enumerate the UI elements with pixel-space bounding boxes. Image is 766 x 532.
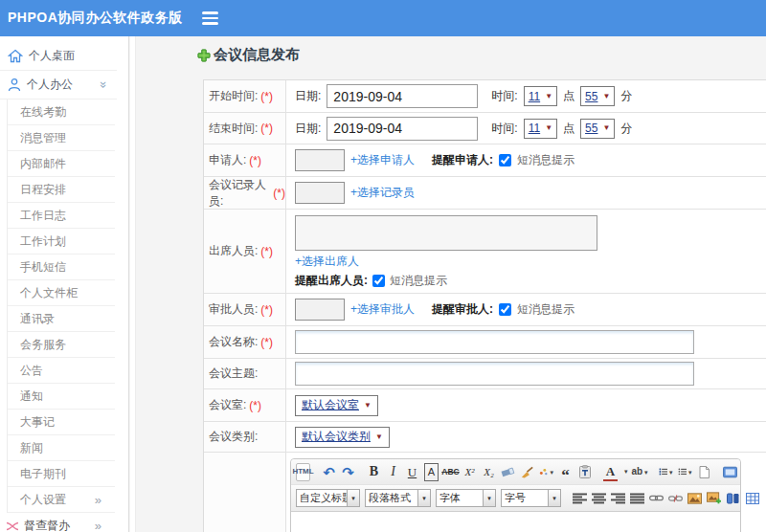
font-style-button[interactable]: A: [424, 463, 439, 481]
approver-input[interactable]: [295, 299, 345, 321]
hamburger-menu-icon[interactable]: [198, 8, 222, 29]
bullet-list-icon[interactable]: ▾: [678, 463, 692, 481]
sms-remind-checkbox[interactable]: [499, 154, 511, 166]
attendee-textarea[interactable]: [295, 215, 597, 251]
applicant-label: 申请人: (*): [204, 144, 286, 176]
strikethrough-button[interactable]: ABC: [443, 463, 458, 481]
start-minute-select[interactable]: 55▼: [580, 86, 615, 106]
dropdown-arrow-icon: ▾: [644, 469, 648, 476]
end-hour-select[interactable]: 11▼: [524, 119, 557, 139]
end-date-input[interactable]: [327, 117, 478, 141]
recorder-input[interactable]: [295, 182, 345, 204]
field-label: 申请人:: [209, 152, 246, 168]
chevron-right-icon: »: [95, 519, 115, 532]
sidebar-item-internal-mail[interactable]: 内部邮件: [8, 151, 115, 177]
sidebar-item-contacts[interactable]: 通讯录: [8, 306, 115, 332]
highlight-color-button[interactable]: ab▾: [633, 463, 647, 481]
sidebar-item-meeting-service[interactable]: 会务服务: [8, 332, 115, 358]
sidebar-item-announcement[interactable]: 公告: [8, 358, 115, 384]
start-hour-select[interactable]: 11▼: [524, 86, 557, 106]
field-label: 会议室:: [209, 397, 246, 413]
ordered-list-icon[interactable]: ▾: [659, 463, 673, 481]
approver-row: 审批人员: (*) +选择审批人 提醒审批人: 短消息提示: [204, 294, 766, 326]
upload-image-icon[interactable]: [707, 489, 721, 507]
paragraph-format-select[interactable]: 段落格式▾: [365, 489, 431, 507]
subscript-button[interactable]: X₂: [482, 463, 496, 481]
sidebar-item-work-plan[interactable]: 工作计划: [8, 229, 115, 255]
sidebar-item-sms[interactable]: 手机短信: [8, 255, 115, 280]
meeting-room-label: 会议室: (*): [204, 389, 286, 421]
required-mark: (*): [249, 399, 261, 412]
font-size-select[interactable]: 字号▾: [501, 489, 561, 507]
fullscreen-icon[interactable]: [723, 463, 737, 481]
dropdown-arrow-icon: ▾: [669, 469, 673, 476]
meeting-category-select[interactable]: 默认会议类别▼: [295, 427, 390, 448]
dropdown-arrow-icon[interactable]: ▾: [624, 468, 628, 476]
sidebar-item-schedule[interactable]: 日程安排: [8, 177, 115, 203]
insert-media-icon[interactable]: [726, 489, 740, 507]
insert-link-icon[interactable]: [649, 489, 664, 507]
sidebar-item-supervise[interactable]: 督查督办 »: [0, 513, 115, 532]
font-color-button[interactable]: A: [603, 463, 618, 481]
sms-remind-checkbox[interactable]: [372, 275, 385, 287]
sidebar-item-news[interactable]: 新闻: [8, 435, 115, 461]
applicant-input[interactable]: [295, 149, 345, 171]
italic-button[interactable]: I: [386, 463, 400, 481]
paste-text-icon[interactable]: [577, 463, 592, 481]
align-center-icon[interactable]: [592, 489, 606, 507]
choose-recorder-link[interactable]: +选择记录员: [350, 185, 415, 201]
superscript-button[interactable]: X²: [462, 463, 477, 481]
sidebar-item-office[interactable]: 个人办公 »: [0, 71, 117, 100]
sidebar-item-label: 公告: [20, 363, 43, 379]
sidebar-item-attendance[interactable]: 在线考勤: [8, 100, 115, 125]
font-family-select[interactable]: 字体▾: [436, 489, 496, 507]
format-painter-icon[interactable]: ▾: [539, 463, 553, 481]
sidebar-item-desktop[interactable]: 个人桌面: [0, 42, 117, 71]
meeting-room-select[interactable]: 默认会议室▼: [295, 395, 378, 416]
sidebar-item-label: 电子期刊: [20, 466, 66, 482]
size-select-value: 字号: [501, 489, 549, 507]
start-time-label: 开始时间: (*): [204, 80, 286, 112]
sidebar-item-notice[interactable]: 通知: [8, 384, 115, 410]
align-right-icon[interactable]: [611, 489, 625, 507]
blockquote-button[interactable]: “: [558, 463, 573, 481]
align-justify-icon[interactable]: [630, 489, 644, 507]
heading-select[interactable]: 自定义标题▾: [296, 489, 360, 507]
chevron-right-icon: »: [95, 493, 115, 507]
editor-content-area[interactable]: [291, 512, 740, 532]
underline-button[interactable]: U: [405, 463, 419, 481]
new-page-icon[interactable]: [697, 463, 711, 481]
sidebar-item-file-cabinet[interactable]: 个人文件柜: [8, 280, 115, 306]
sidebar-item-messages[interactable]: 消息管理: [8, 125, 115, 151]
end-minute-select[interactable]: 55▼: [580, 119, 615, 139]
sidebar-item-ejournal[interactable]: 电子期刊: [8, 461, 115, 487]
category-value: 默认会议类别: [302, 429, 371, 445]
insert-table-icon[interactable]: [745, 489, 759, 507]
choose-approver-link[interactable]: +选择审批人: [350, 301, 415, 318]
sidebar-item-settings[interactable]: 个人设置 »: [8, 487, 115, 513]
align-left-icon[interactable]: [573, 489, 587, 507]
date-label: 日期:: [295, 88, 321, 104]
choose-attendee-link[interactable]: +选择出席人: [295, 254, 359, 270]
minute-suffix: 分: [620, 121, 632, 137]
clean-format-broom-icon[interactable]: [520, 463, 534, 481]
meeting-room-row: 会议室: (*) 默认会议室▼: [204, 389, 766, 422]
meeting-name-input[interactable]: [295, 330, 694, 354]
sidebar-item-work-log[interactable]: 工作日志: [8, 203, 115, 229]
date-label: 日期:: [295, 121, 321, 137]
undo-icon[interactable]: ↶: [322, 463, 336, 481]
top-bar: PHPOA协同办公软件政务版: [0, 0, 766, 36]
select-arrow-icon: ▼: [602, 93, 610, 100]
html-source-button[interactable]: HTML: [296, 463, 310, 481]
meeting-subject-input[interactable]: [295, 362, 694, 386]
sms-remind-checkbox[interactable]: [499, 303, 511, 316]
redo-icon[interactable]: ↷: [341, 463, 355, 481]
start-date-input[interactable]: [327, 84, 478, 108]
field-label: 出席人员:: [209, 243, 258, 259]
bold-button[interactable]: B: [367, 463, 381, 481]
choose-applicant-link[interactable]: +选择申请人: [350, 152, 415, 168]
remove-link-icon[interactable]: [668, 489, 683, 507]
eraser-icon[interactable]: [501, 463, 515, 481]
insert-image-icon[interactable]: [687, 489, 702, 507]
sidebar-item-events[interactable]: 大事记: [8, 410, 115, 435]
